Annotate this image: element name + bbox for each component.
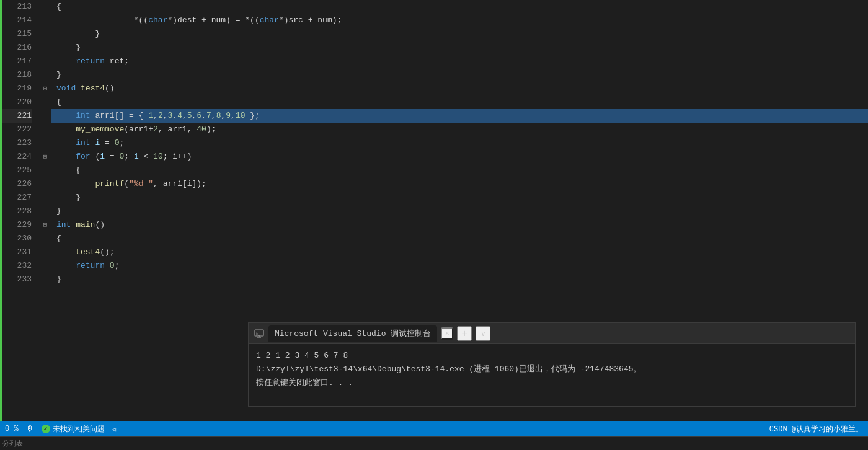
zoom-level: 0 %	[5, 425, 19, 433]
gutter-cell	[39, 14, 51, 27]
mic-icon: 🎙	[26, 425, 34, 434]
code-token: ()	[105, 82, 115, 95]
line-number: 221	[2, 109, 32, 123]
line-number: 230	[2, 232, 32, 245]
code-token: }	[56, 191, 81, 205]
line-number: 220	[2, 95, 32, 109]
line-number: 232	[2, 259, 32, 273]
code-token: 2	[158, 109, 163, 123]
table-row: for (i = 0; i < 10; i++)	[51, 150, 868, 164]
code-token	[56, 109, 76, 123]
table-row: {	[51, 232, 868, 245]
code-token: }	[56, 273, 61, 286]
gutter-cell	[39, 177, 51, 191]
gutter-cell	[39, 55, 51, 68]
table-row: int arr1[] = { 1,2,3,4,5,6,7,8,9,10 };	[51, 109, 868, 123]
branding-text: CSDN @认真学习的小雅兰。	[769, 425, 863, 434]
code-token: int	[76, 136, 90, 150]
terminal-content: 1 2 1 2 3 4 5 6 7 8 D:\zzyl\zyl\test3-14…	[249, 344, 855, 406]
code-token: ,	[231, 109, 236, 123]
gutter-cell	[39, 273, 51, 286]
code-token: 10	[153, 150, 163, 164]
table-row: }	[51, 273, 868, 286]
code-token: 4	[177, 109, 182, 123]
terminal-titlebar: Microsoft Visual Studio 调试控制台 × + ∨	[249, 323, 855, 344]
code-token: =	[100, 136, 114, 150]
code-token: *)dest + num) = *((	[167, 14, 259, 27]
code-token	[56, 177, 95, 191]
code-token: );	[206, 123, 216, 136]
line-number: 218	[2, 68, 32, 82]
code-token	[56, 150, 76, 164]
table-row: int main()	[51, 218, 868, 232]
code-token	[105, 259, 110, 273]
code-token: my_memmove	[76, 123, 124, 136]
code-token: ,	[172, 109, 177, 123]
line-number: 229	[2, 218, 32, 232]
code-token: arr1[] = {	[91, 109, 149, 123]
code-token: , arr1[i]);	[153, 177, 206, 191]
line-number: 227	[2, 191, 32, 205]
table-row: }	[51, 68, 868, 82]
table-row: }	[51, 41, 868, 55]
bottom-bar: 分列表	[0, 436, 868, 450]
code-token: {	[56, 95, 61, 109]
code-token: %d	[134, 177, 148, 191]
nav-arrow-icon: ◁	[112, 425, 117, 433]
code-token: ; i++)	[163, 150, 192, 164]
table-row: my_memmove(arr1+2, arr1, 40);	[51, 123, 868, 136]
line-number: 219	[2, 82, 32, 95]
terminal-output-line2: D:\zzyl\zyl\test3-14\x64\Debug\test3-14.…	[256, 363, 848, 376]
gutter-cell[interactable]: ⊟	[39, 82, 51, 95]
terminal-close-button[interactable]: ×	[441, 327, 453, 340]
code-token: ()	[95, 218, 105, 232]
no-issues-indicator: ✓ 未找到相关问题	[42, 424, 105, 435]
code-token	[76, 82, 81, 95]
code-token: i	[95, 136, 100, 150]
code-token: ,	[202, 109, 206, 123]
terminal-dropdown-button[interactable]: ∨	[476, 326, 490, 341]
gutter-cell	[39, 95, 51, 109]
code-token: 10	[236, 109, 246, 123]
gutter-cell	[39, 191, 51, 205]
gutter-cell[interactable]: ⊟	[39, 150, 51, 164]
line-number: 228	[2, 205, 32, 218]
gutter-cell	[39, 136, 51, 150]
terminal-icon	[254, 328, 265, 339]
gutter-cell	[39, 109, 51, 123]
code-token: ,	[211, 109, 216, 123]
code-token: ();	[100, 245, 114, 259]
table-row: test4();	[51, 245, 868, 259]
line-number: 231	[2, 245, 32, 259]
terminal-add-button[interactable]: +	[457, 326, 472, 341]
code-token	[91, 136, 95, 150]
gutter-cell[interactable]: ⊟	[39, 218, 51, 232]
code-token	[56, 259, 76, 273]
code-token: (	[91, 150, 100, 164]
code-token: main	[76, 218, 95, 232]
bottom-label: 分列表	[2, 439, 23, 448]
code-token: "	[129, 177, 134, 191]
code-token: ;	[119, 136, 124, 150]
code-token: }	[56, 41, 81, 55]
line-number: 213	[2, 0, 32, 14]
code-token: char	[148, 14, 167, 27]
code-token: 0	[115, 136, 120, 150]
code-token: ;	[124, 150, 134, 164]
code-token: return	[76, 259, 105, 273]
gutter-cell	[39, 123, 51, 136]
table-row: {	[51, 164, 868, 177]
table-row: printf("%d ", arr1[i]);	[51, 177, 868, 191]
line-number: 217	[2, 55, 32, 68]
table-row: return 0;	[51, 259, 868, 273]
terminal-tab[interactable]: Microsoft Visual Studio 调试控制台	[268, 325, 437, 342]
code-token: 1	[148, 109, 153, 123]
code-token: , arr1,	[158, 123, 197, 136]
gutter-bar: ⊟⊟⊟	[39, 0, 51, 421]
terminal-output-line3: 按任意键关闭此窗口. . .	[256, 376, 848, 390]
code-token: }	[56, 68, 61, 82]
code-token: return	[76, 55, 105, 68]
status-right: CSDN @认真学习的小雅兰。	[769, 424, 863, 435]
line-number: 222	[2, 123, 32, 136]
code-token: printf	[95, 177, 124, 191]
